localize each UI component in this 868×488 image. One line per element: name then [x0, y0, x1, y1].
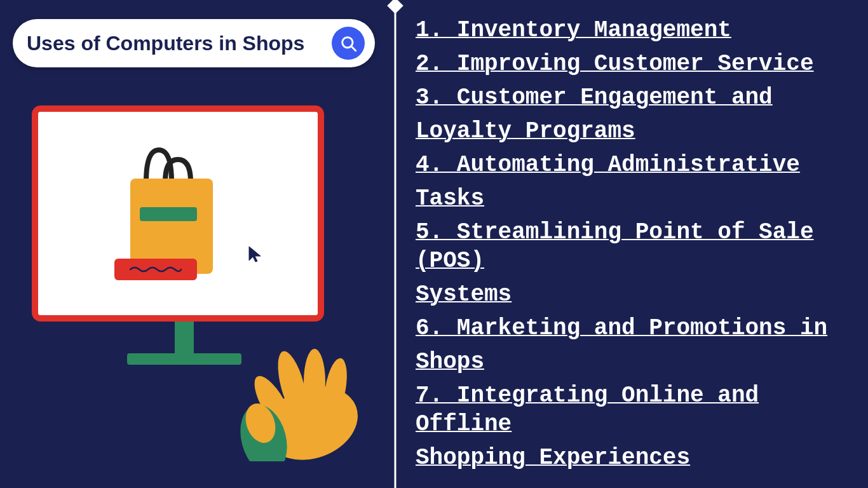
navigation-list: 1. Inventory Management 2. Improving Cus…: [416, 13, 855, 475]
squiggle-icon: [127, 264, 184, 275]
illustration-area: [13, 93, 381, 449]
monitor-stand-base: [127, 353, 241, 365]
nav-item-7b[interactable]: Shopping Experiences: [416, 441, 855, 475]
right-panel: 1. Inventory Management 2. Improving Cus…: [397, 0, 868, 488]
search-button[interactable]: [332, 27, 365, 60]
monitor-screen: [38, 112, 318, 315]
nav-item-3[interactable]: 3. Customer Engagement and: [416, 81, 855, 114]
cursor-icon: [247, 244, 267, 264]
nav-item-4b[interactable]: Tasks: [416, 182, 855, 215]
nav-item-4[interactable]: 4. Automating Administrative: [416, 148, 855, 182]
nav-item-7[interactable]: 7. Integrating Online and Offline: [416, 379, 855, 441]
nav-item-5[interactable]: 5. Streamlining Point of Sale (POS): [416, 215, 855, 278]
divider-line: [395, 0, 397, 488]
nav-item-5b[interactable]: Systems: [416, 278, 855, 311]
nav-item-3b[interactable]: Loyalty Programs: [416, 114, 855, 148]
nav-item-2[interactable]: 2. Improving Customer Service: [416, 47, 855, 81]
monitor-frame: [32, 105, 324, 322]
nav-item-1[interactable]: 1. Inventory Management: [416, 13, 855, 47]
search-title: Uses of Computers in Shops: [27, 32, 304, 55]
hand-illustration: [229, 322, 369, 461]
section-divider: [394, 0, 397, 488]
monitor-stand-neck: [175, 322, 194, 353]
svg-line-1: [351, 46, 355, 50]
svg-point-8: [304, 349, 325, 415]
left-panel: Uses of Computers in Shops: [0, 0, 394, 488]
screen-label: [114, 259, 197, 280]
svg-marker-4: [249, 247, 261, 262]
nav-item-6b[interactable]: Shops: [416, 345, 855, 379]
search-icon: [339, 34, 357, 52]
nav-item-6[interactable]: 6. Marketing and Promotions in: [416, 311, 855, 345]
search-bar: Uses of Computers in Shops: [13, 19, 375, 67]
svg-rect-3: [140, 207, 197, 221]
